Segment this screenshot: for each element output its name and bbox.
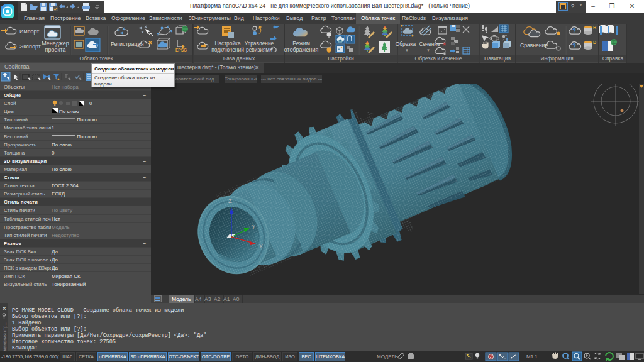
svg-text:X: X — [259, 243, 263, 250]
svg-text:Z: Z — [228, 198, 232, 204]
svg-text:R: R — [593, 25, 596, 30]
svg-text:Y: Y — [252, 224, 255, 230]
svg-text:D: D — [593, 40, 596, 45]
svg-text:?: ? — [572, 28, 576, 35]
svg-text:EPSG: EPSG — [175, 48, 187, 52]
svg-text:?: ? — [572, 43, 576, 50]
